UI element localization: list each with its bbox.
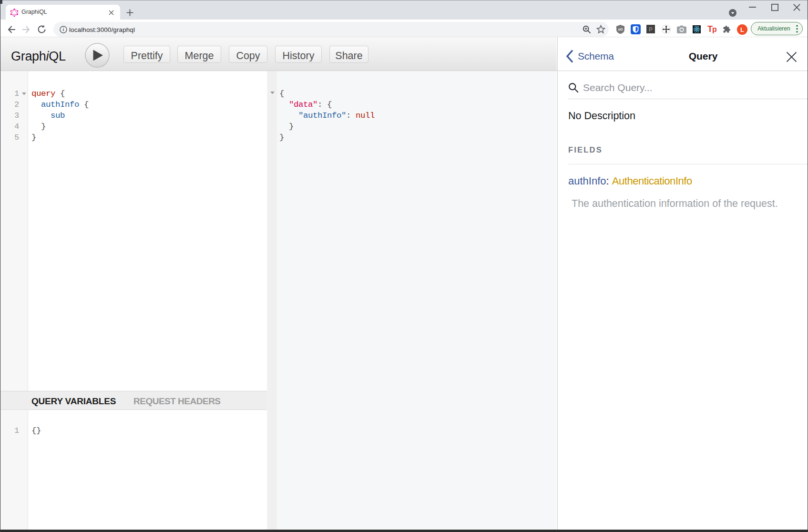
svg-text:uO: uO bbox=[618, 28, 623, 31]
svg-text:L: L bbox=[740, 26, 744, 33]
svg-text:P: P bbox=[649, 26, 653, 33]
